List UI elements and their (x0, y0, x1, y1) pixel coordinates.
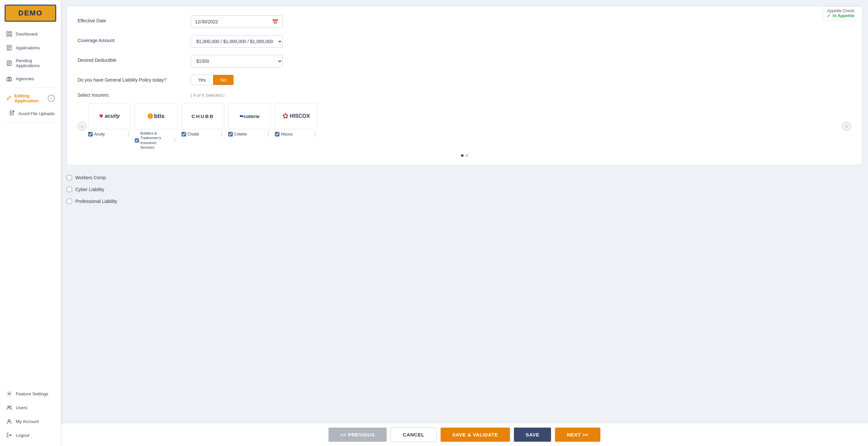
coterie-check-row: Coterie ⋮ (228, 131, 271, 137)
chubb-card[interactable]: CHUBB (182, 103, 224, 129)
svg-rect-12 (7, 78, 11, 81)
hiscox-menu-dots[interactable]: ⋮ (312, 131, 318, 137)
acuity-logo: ♥ acuity (99, 112, 120, 120)
svg-point-21 (8, 419, 10, 421)
btis-card[interactable]: btis (135, 103, 178, 129)
edit-icon (6, 95, 12, 102)
hiscox-label: Hiscox (281, 132, 292, 137)
sidebar-nav: Dashboard Applications Pending Applicati… (0, 24, 61, 384)
sidebar: DEMO Dashboard Applications Pending Appl… (0, 0, 61, 446)
cyber-liability-checkbox[interactable] (67, 187, 72, 192)
cyber-liability-row: Cyber Liability (67, 183, 862, 196)
hiscox-text: HISCOX (290, 113, 310, 119)
acuity-card[interactable]: ♥ acuity (88, 103, 131, 129)
carousel-right-arrow[interactable]: › (842, 122, 851, 131)
select-insurers-label: Select Insurers: (78, 92, 183, 98)
coverage-amount-row: Coverage Amount $1,000,000 / $1,000,000 … (78, 35, 851, 48)
effective-date-label: Effective Date (78, 16, 183, 23)
coverage-amount-label: Coverage Amount (78, 35, 183, 43)
sidebar-item-pending[interactable]: Pending Applications (0, 55, 61, 72)
sidebar-item-applications[interactable]: Applications (0, 41, 61, 55)
professional-liability-checkbox[interactable] (67, 199, 72, 204)
btis-check-row: Builders & Tradesmen's Insurance Service… (135, 131, 178, 150)
carousel-left-arrow[interactable]: ‹ (78, 122, 87, 131)
workers-comp-row: Workers Comp (67, 172, 862, 183)
workers-comp-label: Workers Comp (75, 175, 106, 180)
coterie-checkbox[interactable] (228, 132, 233, 137)
acuity-menu-dots[interactable]: ⋮ (126, 131, 131, 137)
gl-policy-yes-btn[interactable]: Yes (191, 75, 213, 85)
logout-label: Logout (16, 433, 29, 438)
deductible-row: Desired Deductible $500 $1000 $1500 $250… (78, 55, 851, 67)
appetite-status: ✔ In Appetite (827, 13, 858, 18)
coterie-label: Coterie (234, 132, 247, 137)
action-bar: << PREVIOUS CANCEL SAVE & VALIDATE SAVE … (61, 423, 868, 446)
acuity-checkbox[interactable] (88, 132, 93, 137)
applications-icon (6, 44, 12, 51)
save-button[interactable]: SAVE (514, 427, 551, 442)
sidebar-item-logout[interactable]: Logout (0, 428, 61, 442)
coterie-menu-dots[interactable]: ⋮ (266, 131, 271, 137)
effective-date-row: Effective Date 📅 (78, 16, 851, 28)
coterie-card[interactable]: •• coterie (228, 103, 271, 129)
btis-logo: btis (148, 113, 164, 120)
hiscox-logo: ✿ HISCOX (282, 112, 310, 120)
additional-coverages: Workers Comp Cyber Liability Professiona… (67, 170, 862, 210)
save-validate-button[interactable]: SAVE & VALIDATE (441, 427, 510, 442)
my-account-label: My Account (16, 419, 39, 424)
insurers-carousel: ‹ ♥ acuity Acuity ⋮ (78, 103, 851, 150)
sidebar-item-users[interactable]: Users (0, 400, 61, 414)
btis-checkbox[interactable] (135, 138, 139, 143)
sidebar-item-feature-settings[interactable]: Feature Settings (0, 387, 61, 400)
svg-point-3 (9, 34, 11, 36)
svg-point-1 (9, 31, 11, 33)
gl-policy-control: Yes No (191, 75, 851, 85)
gl-policy-no-btn[interactable]: No (213, 75, 234, 85)
pending-icon (6, 60, 12, 66)
sidebar-item-acord[interactable]: Acord File Uploads (0, 107, 61, 120)
svg-point-19 (8, 406, 9, 408)
chubb-check-row: Chubb ⋮ (182, 131, 224, 137)
hiscox-checkbox[interactable] (275, 132, 279, 137)
collapse-toggle[interactable]: ‹ (48, 95, 55, 102)
effective-date-field[interactable] (195, 19, 272, 24)
deductible-control: $500 $1000 $1500 $2500 $5000 (191, 55, 851, 67)
sidebar-bottom: Feature Settings Users My Account Logout (0, 384, 61, 446)
sidebar-divider (5, 88, 56, 88)
users-icon (6, 404, 12, 411)
btis-menu-dots[interactable]: ⋮ (172, 137, 178, 143)
cancel-button[interactable]: CANCEL (391, 427, 437, 442)
file-upload-icon (9, 110, 15, 117)
insurer-cards: ♥ acuity Acuity ⋮ (88, 103, 841, 150)
hiscox-card[interactable]: ✿ HISCOX (275, 103, 318, 129)
appetite-label: Appetite Check: (827, 8, 858, 13)
chubb-checkbox[interactable] (182, 132, 186, 137)
carousel-dots (78, 154, 851, 157)
sidebar-item-agencies[interactable]: Agencies (0, 72, 61, 86)
chubb-menu-dots[interactable]: ⋮ (219, 131, 224, 137)
previous-button[interactable]: << PREVIOUS (329, 427, 386, 442)
next-button[interactable]: NEXT >> (555, 427, 600, 442)
workers-comp-checkbox[interactable] (67, 175, 72, 180)
svg-point-2 (7, 34, 8, 36)
carousel-dot-2[interactable] (466, 154, 468, 157)
deductible-label: Desired Deductible (78, 55, 183, 63)
editing-application-header[interactable]: Editing Application ‹ (0, 90, 61, 107)
insurer-hiscox: ✿ HISCOX Hiscox ⋮ (275, 103, 318, 150)
svg-point-18 (8, 393, 10, 395)
insurer-coterie: •• coterie Coterie ⋮ (228, 103, 271, 150)
svg-rect-13 (8, 77, 10, 78)
gl-policy-row: Do you have General Liability Policy tod… (78, 75, 851, 85)
editing-application-label: Editing Application (14, 93, 45, 103)
sidebar-item-dashboard[interactable]: Dashboard (0, 27, 61, 41)
svg-rect-14 (8, 79, 10, 81)
effective-date-input[interactable]: 📅 (191, 16, 283, 28)
svg-rect-15 (10, 111, 13, 115)
agencies-icon (6, 75, 12, 82)
coverage-amount-select[interactable]: $1,000,000 / $1,000,000 / $1,000,000 $2,… (191, 35, 283, 48)
content-scroll: Appetite Check: ✔ In Appetite Effective … (61, 0, 868, 423)
sidebar-item-my-account[interactable]: My Account (0, 414, 61, 428)
insurer-chubb: CHUBB Chubb ⋮ (182, 103, 224, 150)
deductible-select[interactable]: $500 $1000 $1500 $2500 $5000 (191, 55, 283, 67)
carousel-dot-1[interactable] (461, 154, 464, 157)
